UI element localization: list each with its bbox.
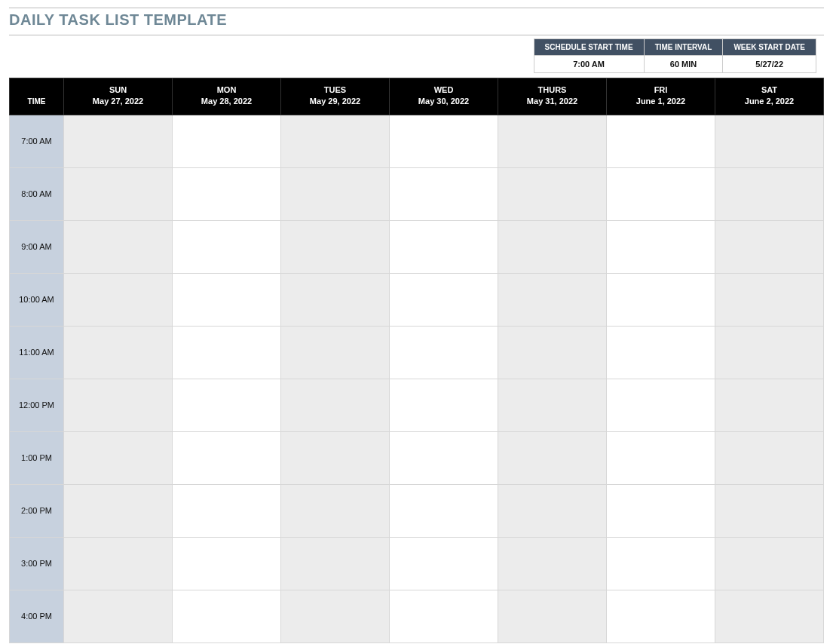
schedule-cell[interactable] — [607, 484, 715, 537]
schedule-cell[interactable] — [390, 326, 498, 379]
schedule-cell[interactable] — [498, 379, 607, 431]
schedule-cell[interactable] — [64, 326, 173, 379]
schedule-cell[interactable] — [64, 379, 173, 431]
schedule-cell[interactable] — [607, 220, 715, 273]
schedule-cell[interactable] — [498, 220, 607, 273]
schedule-cell[interactable] — [498, 326, 607, 379]
schedule-cell[interactable] — [64, 484, 173, 537]
schedule-cell[interactable] — [498, 484, 607, 537]
day-name: SUN — [69, 84, 167, 96]
config-table: SCHEDULE START TIME TIME INTERVAL WEEK S… — [534, 38, 816, 73]
schedule-cell[interactable] — [715, 484, 824, 537]
schedule-cell[interactable] — [498, 590, 607, 642]
column-header-day: WED May 30, 2022 — [390, 78, 498, 115]
schedule-cell[interactable] — [715, 220, 824, 273]
schedule-cell[interactable] — [281, 431, 390, 484]
schedule-cell[interactable] — [715, 379, 824, 431]
schedule-cell[interactable] — [498, 431, 607, 484]
time-label: 12:00 PM — [10, 379, 64, 431]
schedule-cell[interactable] — [64, 537, 173, 590]
schedule-cell[interactable] — [281, 326, 390, 379]
schedule-cell[interactable] — [281, 115, 390, 167]
schedule-cell[interactable] — [64, 115, 173, 167]
schedule-row: 7:00 AM — [10, 115, 824, 167]
schedule-cell[interactable] — [173, 326, 281, 379]
config-header-week: WEEK START DATE — [723, 39, 816, 56]
schedule-cell[interactable] — [173, 220, 281, 273]
schedule-cell[interactable] — [173, 167, 281, 220]
schedule-cell[interactable] — [498, 537, 607, 590]
schedule-row: 11:00 AM — [10, 326, 824, 379]
schedule-cell[interactable] — [281, 484, 390, 537]
config-value-interval[interactable]: 60 MIN — [644, 56, 723, 73]
schedule-cell[interactable] — [173, 115, 281, 167]
schedule-cell[interactable] — [607, 167, 715, 220]
schedule-cell[interactable] — [390, 167, 498, 220]
time-label: 11:00 AM — [10, 326, 64, 379]
column-header-day: FRI June 1, 2022 — [607, 78, 715, 115]
schedule-cell[interactable] — [607, 537, 715, 590]
time-label: 9:00 AM — [10, 220, 64, 273]
schedule-row: 8:00 AM — [10, 167, 824, 220]
schedule-cell[interactable] — [715, 590, 824, 642]
schedule-cell[interactable] — [64, 431, 173, 484]
schedule-cell[interactable] — [64, 273, 173, 326]
schedule-cell[interactable] — [281, 273, 390, 326]
day-name: SAT — [720, 84, 819, 96]
time-label: 3:00 PM — [10, 537, 64, 590]
schedule-cell[interactable] — [715, 326, 824, 379]
schedule-cell[interactable] — [607, 326, 715, 379]
schedule-cell[interactable] — [281, 167, 390, 220]
schedule-cell[interactable] — [64, 220, 173, 273]
schedule-cell[interactable] — [173, 273, 281, 326]
schedule-cell[interactable] — [715, 167, 824, 220]
schedule-cell[interactable] — [173, 484, 281, 537]
time-label: 1:00 PM — [10, 431, 64, 484]
schedule-cell[interactable] — [607, 115, 715, 167]
schedule-cell[interactable] — [64, 167, 173, 220]
schedule-row: 9:00 AM — [10, 220, 824, 273]
day-date: June 2, 2022 — [720, 96, 819, 107]
schedule-cell[interactable] — [390, 484, 498, 537]
schedule-cell[interactable] — [498, 167, 607, 220]
schedule-row: 1:00 PM — [10, 431, 824, 484]
column-header-day: THURS May 31, 2022 — [498, 78, 607, 115]
schedule-cell[interactable] — [715, 537, 824, 590]
column-header-day: TUES May 29, 2022 — [281, 78, 390, 115]
schedule-cell[interactable] — [173, 431, 281, 484]
schedule-cell[interactable] — [390, 537, 498, 590]
config-header-interval: TIME INTERVAL — [644, 39, 723, 56]
config-value-start[interactable]: 7:00 AM — [534, 56, 644, 73]
schedule-cell[interactable] — [715, 115, 824, 167]
schedule-cell[interactable] — [173, 537, 281, 590]
schedule-cell[interactable] — [607, 273, 715, 326]
schedule-cell[interactable] — [390, 273, 498, 326]
schedule-cell[interactable] — [390, 115, 498, 167]
schedule-cell[interactable] — [64, 590, 173, 642]
schedule-cell[interactable] — [390, 379, 498, 431]
schedule-cell[interactable] — [607, 431, 715, 484]
schedule-cell[interactable] — [281, 537, 390, 590]
schedule-cell[interactable] — [281, 379, 390, 431]
schedule-cell[interactable] — [607, 379, 715, 431]
schedule-cell[interactable] — [281, 590, 390, 642]
schedule-grid: TIME SUN May 27, 2022 MON May 28, 2022 T… — [9, 78, 824, 643]
schedule-cell[interactable] — [498, 115, 607, 167]
config-value-week[interactable]: 5/27/22 — [723, 56, 816, 73]
day-date: May 28, 2022 — [177, 96, 276, 107]
schedule-cell[interactable] — [173, 379, 281, 431]
time-label: 2:00 PM — [10, 484, 64, 537]
schedule-cell[interactable] — [390, 431, 498, 484]
schedule-row: 4:00 PM — [10, 590, 824, 642]
day-date: June 1, 2022 — [611, 96, 710, 107]
day-date: May 27, 2022 — [69, 96, 167, 107]
schedule-cell[interactable] — [390, 590, 498, 642]
schedule-cell[interactable] — [715, 431, 824, 484]
schedule-cell[interactable] — [281, 220, 390, 273]
schedule-cell[interactable] — [715, 273, 824, 326]
day-date: May 31, 2022 — [503, 96, 602, 107]
schedule-cell[interactable] — [173, 590, 281, 642]
schedule-cell[interactable] — [498, 273, 607, 326]
schedule-cell[interactable] — [607, 590, 715, 642]
schedule-cell[interactable] — [390, 220, 498, 273]
